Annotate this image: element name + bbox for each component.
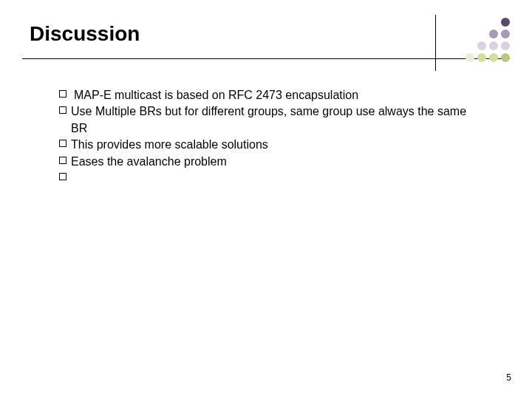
decor-dot xyxy=(489,41,498,50)
decor-dots xyxy=(466,18,510,62)
square-bullet-icon xyxy=(59,90,66,98)
decor-dot xyxy=(466,30,474,38)
decor-dot xyxy=(501,41,510,50)
bullet-item: Use Multiple BRs but for different group… xyxy=(59,103,473,137)
square-bullet-icon xyxy=(59,106,66,114)
decor-dot xyxy=(477,18,486,27)
decor-dot xyxy=(477,41,486,50)
decor-dot xyxy=(466,53,474,62)
decor-dot xyxy=(489,30,498,38)
decor-dot xyxy=(466,18,474,27)
square-bullet-icon xyxy=(59,157,66,164)
bullet-text: MAP-E multicast is based on RFC 2473 enc… xyxy=(74,87,473,103)
slide: Discussion MAP-E multicast is based on R… xyxy=(0,0,532,399)
content-block: MAP-E multicast is based on RFC 2473 enc… xyxy=(59,87,473,180)
decor-dot xyxy=(477,30,486,38)
decor-dot xyxy=(501,30,510,38)
bullet-item xyxy=(59,170,473,180)
decor-dot xyxy=(501,53,510,62)
decor-dot xyxy=(489,53,498,62)
square-bullet-icon xyxy=(59,173,66,180)
title-row: Discussion xyxy=(22,15,510,59)
title-underline xyxy=(22,58,510,59)
bullet-item: This provides more scalable solutions xyxy=(59,137,473,153)
square-bullet-icon xyxy=(59,140,66,147)
decor-dot xyxy=(477,53,486,62)
decor-vertical-line xyxy=(435,15,436,71)
decor-dot xyxy=(501,18,510,27)
decor-dot xyxy=(489,18,498,27)
bullet-text: This provides more scalable solutions xyxy=(71,137,473,153)
decor-dot xyxy=(466,41,474,50)
page-number: 5 xyxy=(506,372,511,383)
bullet-text xyxy=(71,170,473,180)
bullet-text: Eases the avalanche problem xyxy=(71,154,473,170)
bullet-text: Use Multiple BRs but for different group… xyxy=(71,103,473,137)
slide-title: Discussion xyxy=(22,15,510,46)
bullet-item: MAP-E multicast is based on RFC 2473 enc… xyxy=(59,87,473,103)
bullet-item: Eases the avalanche problem xyxy=(59,154,473,170)
